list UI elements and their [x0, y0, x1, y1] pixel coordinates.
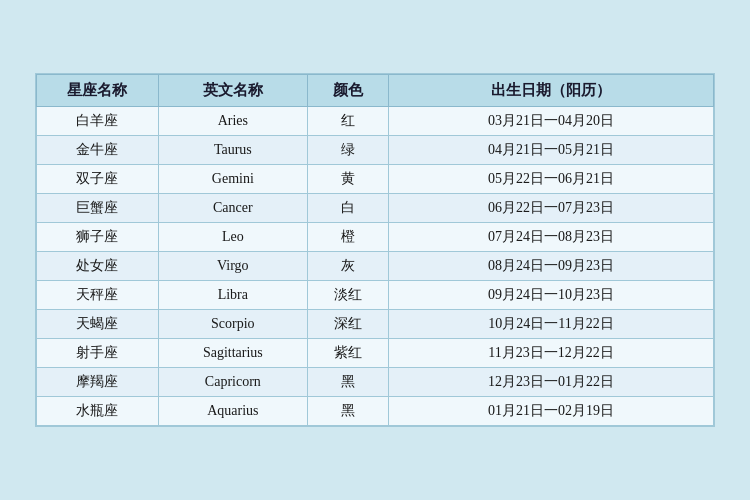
zodiac-table-wrapper: 星座名称 英文名称 颜色 出生日期（阳历） 白羊座Aries红03月21日一04… — [35, 73, 715, 427]
cell-color: 黑 — [307, 397, 388, 426]
cell-date: 11月23日一12月22日 — [389, 339, 714, 368]
cell-zh-name: 天蝎座 — [37, 310, 159, 339]
cell-en-name: Taurus — [158, 136, 307, 165]
table-row: 金牛座Taurus绿04月21日一05月21日 — [37, 136, 714, 165]
cell-color: 深红 — [307, 310, 388, 339]
cell-zh-name: 双子座 — [37, 165, 159, 194]
table-row: 处女座Virgo灰08月24日一09月23日 — [37, 252, 714, 281]
cell-date: 10月24日一11月22日 — [389, 310, 714, 339]
cell-color: 黄 — [307, 165, 388, 194]
cell-zh-name: 水瓶座 — [37, 397, 159, 426]
cell-date: 06月22日一07月23日 — [389, 194, 714, 223]
cell-zh-name: 射手座 — [37, 339, 159, 368]
table-row: 天蝎座Scorpio深红10月24日一11月22日 — [37, 310, 714, 339]
cell-zh-name: 白羊座 — [37, 107, 159, 136]
cell-date: 01月21日一02月19日 — [389, 397, 714, 426]
cell-date: 07月24日一08月23日 — [389, 223, 714, 252]
cell-date: 09月24日一10月23日 — [389, 281, 714, 310]
cell-en-name: Scorpio — [158, 310, 307, 339]
table-row: 狮子座Leo橙07月24日一08月23日 — [37, 223, 714, 252]
table-row: 白羊座Aries红03月21日一04月20日 — [37, 107, 714, 136]
cell-en-name: Gemini — [158, 165, 307, 194]
table-row: 双子座Gemini黄05月22日一06月21日 — [37, 165, 714, 194]
cell-zh-name: 摩羯座 — [37, 368, 159, 397]
cell-zh-name: 金牛座 — [37, 136, 159, 165]
table-row: 天秤座Libra淡红09月24日一10月23日 — [37, 281, 714, 310]
cell-zh-name: 处女座 — [37, 252, 159, 281]
table-row: 水瓶座Aquarius黑01月21日一02月19日 — [37, 397, 714, 426]
cell-date: 05月22日一06月21日 — [389, 165, 714, 194]
cell-en-name: Leo — [158, 223, 307, 252]
cell-date: 08月24日一09月23日 — [389, 252, 714, 281]
table-body: 白羊座Aries红03月21日一04月20日金牛座Taurus绿04月21日一0… — [37, 107, 714, 426]
cell-en-name: Virgo — [158, 252, 307, 281]
cell-color: 黑 — [307, 368, 388, 397]
cell-date: 04月21日一05月21日 — [389, 136, 714, 165]
zodiac-table: 星座名称 英文名称 颜色 出生日期（阳历） 白羊座Aries红03月21日一04… — [36, 74, 714, 426]
cell-color: 紫红 — [307, 339, 388, 368]
cell-date: 12月23日一01月22日 — [389, 368, 714, 397]
cell-date: 03月21日一04月20日 — [389, 107, 714, 136]
cell-color: 绿 — [307, 136, 388, 165]
cell-color: 红 — [307, 107, 388, 136]
cell-en-name: Libra — [158, 281, 307, 310]
header-color: 颜色 — [307, 75, 388, 107]
cell-en-name: Cancer — [158, 194, 307, 223]
cell-zh-name: 巨蟹座 — [37, 194, 159, 223]
cell-color: 淡红 — [307, 281, 388, 310]
header-date: 出生日期（阳历） — [389, 75, 714, 107]
table-header-row: 星座名称 英文名称 颜色 出生日期（阳历） — [37, 75, 714, 107]
cell-zh-name: 狮子座 — [37, 223, 159, 252]
cell-en-name: Aries — [158, 107, 307, 136]
cell-color: 白 — [307, 194, 388, 223]
header-en-name: 英文名称 — [158, 75, 307, 107]
table-row: 巨蟹座Cancer白06月22日一07月23日 — [37, 194, 714, 223]
header-zh-name: 星座名称 — [37, 75, 159, 107]
cell-zh-name: 天秤座 — [37, 281, 159, 310]
cell-en-name: Capricorn — [158, 368, 307, 397]
table-row: 摩羯座Capricorn黑12月23日一01月22日 — [37, 368, 714, 397]
table-row: 射手座Sagittarius紫红11月23日一12月22日 — [37, 339, 714, 368]
cell-color: 灰 — [307, 252, 388, 281]
cell-en-name: Aquarius — [158, 397, 307, 426]
cell-color: 橙 — [307, 223, 388, 252]
cell-en-name: Sagittarius — [158, 339, 307, 368]
